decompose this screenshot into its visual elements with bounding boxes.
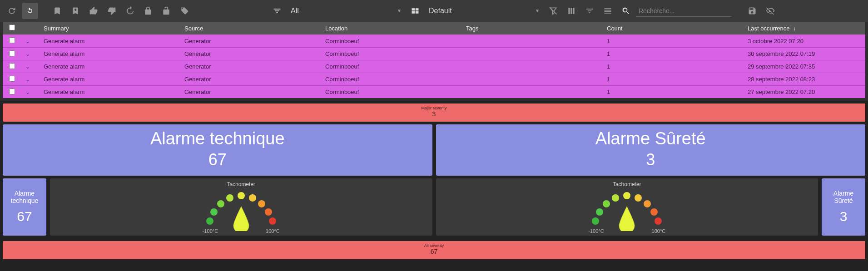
mini-card-value: 3 [823, 209, 863, 224]
clear-filter-button[interactable] [545, 3, 561, 19]
row-checkbox[interactable] [9, 50, 15, 56]
columns-button[interactable] [563, 3, 580, 19]
cell-summary: Generate alarm [44, 76, 184, 83]
major-severity-bar[interactable]: Major severity 3 [3, 103, 865, 122]
cell-last-occurrence: 28 septembre 2022 08:23 [748, 76, 865, 83]
alarm-grid: Summary Source Location Tags Count Last … [0, 22, 868, 101]
cell-last-occurrence: 3 octobre 2022 07:20 [748, 38, 865, 44]
auto-refresh-button[interactable] [22, 3, 38, 19]
table-row[interactable]: ⌄Generate alarmGeneratorCorminboeuf13 oc… [3, 34, 865, 47]
view-icon [407, 3, 423, 19]
thumbs-up-button[interactable] [85, 3, 102, 19]
mini-card-value: 67 [5, 209, 45, 224]
tachometer-row: Alarme technique 67 Tachometer -100°C 10… [0, 176, 868, 238]
summary-cards: Alarme technique 67 Alarme Sûreté 3 [0, 124, 868, 176]
cell-count: 1 [607, 50, 748, 57]
cell-source: Generator [184, 89, 325, 95]
col-source[interactable]: Source [184, 25, 325, 32]
filter-dropdown-label: All [291, 7, 393, 15]
tachometer-gauge [203, 189, 280, 230]
grid-header: Summary Source Location Tags Count Last … [3, 22, 865, 34]
table-row[interactable]: ⌄Generate alarmGeneratorCorminboeuf128 s… [3, 73, 865, 85]
cell-count: 1 [607, 89, 748, 95]
cell-summary: Generate alarm [44, 38, 184, 44]
major-severity-value: 3 [3, 111, 865, 118]
row-checkbox[interactable] [9, 89, 15, 94]
cell-location: Corminboeuf [325, 38, 466, 44]
expand-row-icon[interactable]: ⌄ [25, 76, 30, 83]
cell-count: 1 [607, 63, 748, 70]
view-dropdown-label: Default [429, 7, 531, 15]
view-dropdown[interactable]: Default ▼ [425, 4, 543, 18]
cell-location: Corminboeuf [325, 50, 466, 57]
chevron-down-icon: ▼ [535, 8, 540, 13]
cell-count: 1 [607, 38, 748, 44]
history-button[interactable] [122, 3, 138, 19]
cell-last-occurrence: 27 septembre 2022 07:20 [748, 89, 865, 95]
mini-card-title: Alarme technique [5, 190, 45, 204]
col-last-label: Last occurrence [748, 25, 790, 32]
select-all-checkbox[interactable] [9, 25, 15, 30]
cell-location: Corminboeuf [325, 76, 466, 83]
row-checkbox[interactable] [9, 76, 15, 82]
all-severity-bar[interactable]: All severity 67 [3, 241, 865, 259]
table-row[interactable]: ⌄Generate alarmGeneratorCorminboeuf129 s… [3, 60, 865, 73]
expand-row-icon[interactable]: ⌄ [25, 51, 30, 57]
row-checkbox[interactable] [9, 63, 15, 69]
lock-button[interactable] [140, 3, 156, 19]
card-alarme-technique[interactable]: Alarme technique 67 [3, 124, 432, 176]
gauge-needle-icon [617, 207, 637, 231]
search-icon [618, 3, 634, 19]
density-button[interactable] [600, 3, 616, 19]
tachometer-title: Tachometer [227, 181, 255, 187]
table-row[interactable]: ⌄Generate alarmGeneratorCorminboeuf127 s… [3, 85, 865, 98]
col-count[interactable]: Count [607, 25, 748, 32]
col-summary[interactable]: Summary [44, 25, 184, 32]
cell-source: Generator [184, 38, 325, 44]
cell-source: Generator [184, 76, 325, 83]
cell-source: Generator [184, 63, 325, 70]
expand-row-icon[interactable]: ⌄ [25, 64, 30, 70]
cell-location: Corminboeuf [325, 63, 466, 70]
sort-descending-icon: ↓ [793, 25, 796, 32]
card-title: Alarme technique [3, 129, 432, 148]
cell-last-occurrence: 30 septembre 2022 07:19 [748, 50, 865, 57]
card-title: Alarme Sûreté [436, 129, 866, 148]
mini-card-surete[interactable]: Alarme Sûreté 3 [822, 178, 865, 236]
filter-icon [269, 3, 285, 19]
tachometer-title: Tachometer [613, 181, 641, 187]
search-input[interactable] [636, 5, 731, 17]
expand-row-icon[interactable]: ⌄ [25, 89, 30, 95]
filter-list-button[interactable] [581, 3, 598, 19]
expand-row-icon[interactable]: ⌄ [25, 38, 30, 44]
visibility-off-button[interactable] [762, 3, 779, 19]
col-tags[interactable]: Tags [466, 25, 607, 32]
save-button[interactable] [744, 3, 760, 19]
thumbs-down-button[interactable] [104, 3, 120, 19]
gauge-needle-icon [231, 207, 251, 231]
mini-card-technique[interactable]: Alarme technique 67 [3, 178, 46, 236]
col-last-occurrence[interactable]: Last occurrence ↓ [748, 25, 865, 32]
row-checkbox[interactable] [9, 37, 15, 43]
cell-source: Generator [184, 50, 325, 57]
cell-count: 1 [607, 76, 748, 83]
card-value: 3 [436, 150, 866, 169]
cell-summary: Generate alarm [44, 50, 184, 57]
filter-dropdown[interactable]: All ▼ [287, 4, 405, 18]
add-bookmark-button[interactable] [67, 3, 84, 19]
cell-last-occurrence: 29 septembre 2022 07:35 [748, 63, 865, 70]
cell-summary: Generate alarm [44, 63, 184, 70]
all-severity-value: 67 [3, 248, 865, 255]
refresh-button[interactable] [4, 3, 20, 19]
unlock-button[interactable] [158, 3, 174, 19]
cell-location: Corminboeuf [325, 89, 466, 95]
tag-button[interactable] [176, 3, 193, 19]
card-value: 67 [3, 150, 432, 169]
col-location[interactable]: Location [325, 25, 466, 32]
table-row[interactable]: ⌄Generate alarmGeneratorCorminboeuf130 s… [3, 47, 865, 60]
tachometer-panel-left: Tachometer -100°C 100°C [50, 178, 432, 236]
card-alarme-surete[interactable]: Alarme Sûreté 3 [436, 124, 866, 176]
bookmark-button[interactable] [49, 3, 65, 19]
toolbar: All ▼ Default ▼ [0, 0, 868, 22]
cell-summary: Generate alarm [44, 89, 184, 95]
